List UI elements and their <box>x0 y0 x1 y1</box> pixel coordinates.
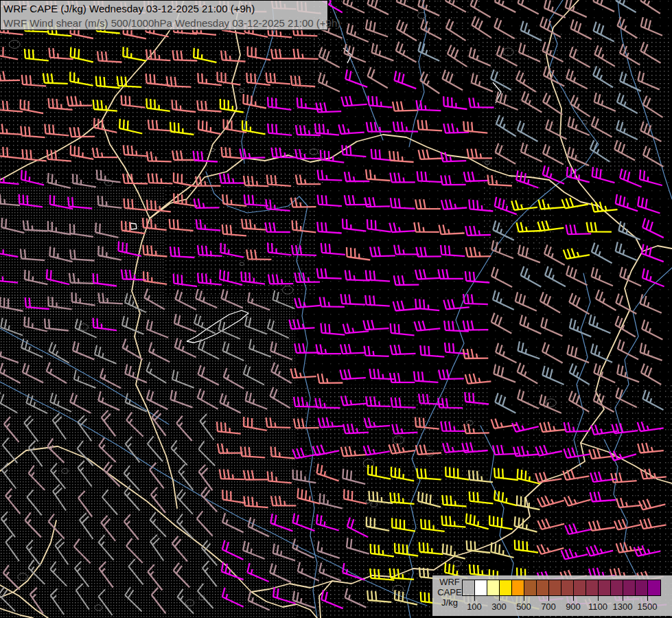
legend-color-cell <box>500 580 512 595</box>
legend-color-cell <box>648 580 660 595</box>
legend-label-model: WRF <box>435 577 464 587</box>
legend-colorbar <box>462 580 661 596</box>
legend-tick <box>548 595 549 601</box>
legend-color-cell <box>623 580 636 595</box>
legend-color-cell <box>475 580 487 595</box>
legend-tick <box>598 595 599 601</box>
legend-tick <box>647 595 648 601</box>
legend-color-cell <box>599 580 611 595</box>
legend-color-cell <box>561 580 574 595</box>
legend-color-cell <box>537 580 549 595</box>
title-panel: WRF CAPE (J/kg) Wednesday 03-12-2025 21:… <box>0 0 328 30</box>
legend-color-cell <box>463 580 475 595</box>
legend-color-cell <box>512 580 524 595</box>
legend-color-cell <box>524 580 537 595</box>
shear-title-label: WRF Wind shear (m/s) 500/1000hPa Wednesd… <box>3 16 327 30</box>
legend-color-cell <box>574 580 586 595</box>
cape-title-label: WRF CAPE (J/kg) Wednesday 03-12-2025 21:… <box>3 1 327 16</box>
legend-tick <box>474 595 475 601</box>
legend-color-cell <box>611 580 623 595</box>
legend-tick-label: 1500 <box>632 602 662 612</box>
legend-tick <box>499 595 500 601</box>
legend-tick <box>573 595 574 601</box>
legend-label-variable: CAPE <box>435 587 464 597</box>
legend-color-cell <box>636 580 648 595</box>
cape-legend-panel: WRF CAPE J/kg 10030050070090011001300150… <box>432 575 672 616</box>
legend-color-cell <box>549 580 561 595</box>
legend-tick <box>623 595 623 601</box>
stipple-layer <box>0 0 672 618</box>
legend-color-cell <box>586 580 599 595</box>
legend-color-cell <box>487 580 500 595</box>
legend-tick <box>524 595 524 601</box>
weather-map-screenshot: WRF CAPE (J/kg) Wednesday 03-12-2025 21:… <box>0 0 672 618</box>
